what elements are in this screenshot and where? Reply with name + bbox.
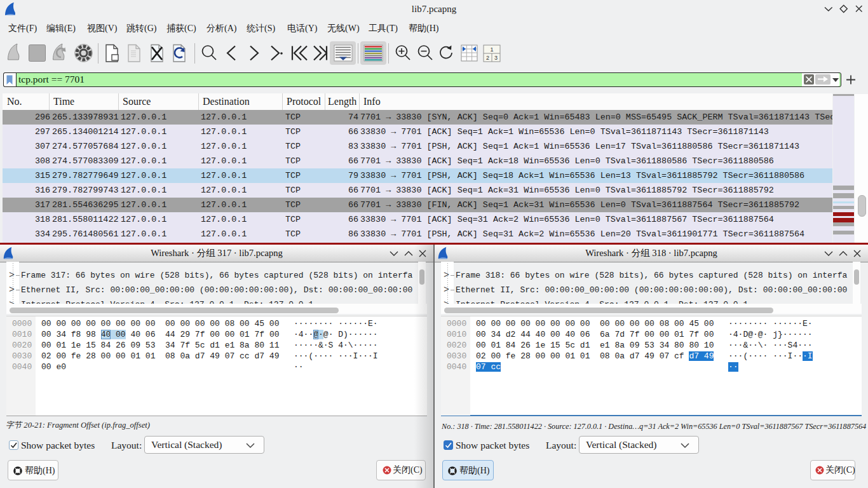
svg-text:1: 1 xyxy=(490,46,493,53)
svg-text:2: 2 xyxy=(486,55,489,61)
svg-text:3: 3 xyxy=(494,55,498,61)
